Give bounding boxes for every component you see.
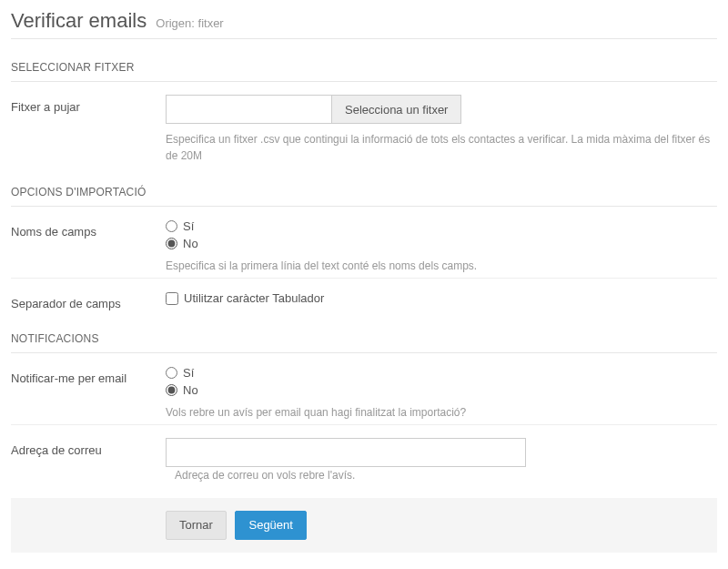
- help-notify-email: Vols rebre un avís per email quan hagi f…: [166, 404, 717, 421]
- label-upload-file: Fitxer a pujar: [11, 95, 166, 114]
- input-email-address[interactable]: [166, 438, 526, 467]
- label-separator: Separador de camps: [11, 291, 166, 310]
- page-title-text: Verificar emails: [11, 9, 147, 32]
- page-subtitle: Origen: fitxer: [156, 16, 223, 30]
- row-email-address: Adreça de correu Adreça de correu on vol…: [11, 438, 717, 482]
- help-upload-file: Especifica un fitxer .csv que contingui …: [166, 131, 717, 164]
- checkbox-tab-separator-input[interactable]: [166, 292, 178, 305]
- radio-notify-yes-input[interactable]: [166, 367, 177, 379]
- select-file-button[interactable]: Selecciona un fitxer: [331, 95, 461, 124]
- radio-field-names-no[interactable]: No: [166, 237, 717, 250]
- radio-field-names-yes-input[interactable]: [166, 220, 177, 232]
- row-notify-email: Notificar-me per email Sí No Vols rebre …: [11, 366, 717, 425]
- section-header-notifications: NOTIFICACIONS: [11, 327, 717, 353]
- label-email-address: Adreça de correu: [11, 438, 166, 457]
- next-button[interactable]: Següent: [235, 511, 306, 540]
- radio-notify-yes-label: Sí: [183, 366, 194, 380]
- input-upload-file[interactable]: [166, 95, 331, 124]
- radio-field-names-yes-label: Sí: [183, 219, 194, 233]
- page-title: Verificar emails Origen: fitxer: [11, 9, 717, 39]
- footer-bar: Tornar Següent: [11, 498, 717, 553]
- row-field-names: Noms de camps Sí No Especifica si la pri…: [11, 219, 717, 279]
- checkbox-tab-separator-label: Utilitzar caràcter Tabulador: [184, 291, 324, 305]
- radio-notify-yes[interactable]: Sí: [166, 366, 717, 380]
- radio-field-names-no-label: No: [183, 237, 198, 250]
- radio-notify-no-input[interactable]: [166, 384, 177, 396]
- section-header-import-options: OPCIONS D'IMPORTACIÓ: [11, 180, 717, 207]
- checkbox-tab-separator[interactable]: Utilitzar caràcter Tabulador: [166, 291, 717, 305]
- back-button[interactable]: Tornar: [166, 511, 227, 540]
- radio-notify-no[interactable]: No: [166, 383, 717, 397]
- row-upload-file: Fitxer a pujar Selecciona un fitxer Espe…: [11, 95, 717, 164]
- row-separator: Separador de camps Utilitzar caràcter Ta…: [11, 291, 717, 310]
- label-notify-email: Notificar-me per email: [11, 366, 166, 385]
- section-header-select-file: SELECCIONAR FITXER: [11, 56, 717, 82]
- radio-field-names-yes[interactable]: Sí: [166, 219, 717, 233]
- help-email-address: Adreça de correu on vols rebre l'avís.: [175, 469, 355, 482]
- help-field-names: Especifica si la primera línia del text …: [166, 258, 717, 274]
- radio-field-names-no-input[interactable]: [166, 238, 177, 249]
- radio-notify-no-label: No: [183, 383, 198, 397]
- label-field-names: Noms de camps: [11, 219, 166, 239]
